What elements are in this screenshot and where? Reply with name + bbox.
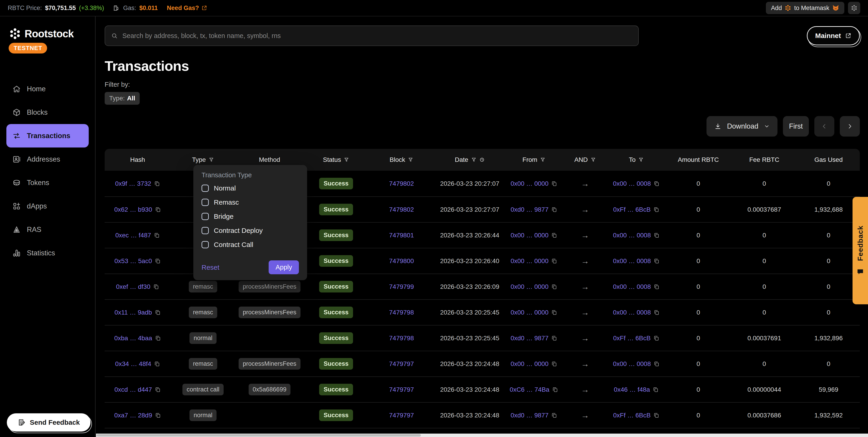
- checkbox-unchecked[interactable]: [202, 227, 209, 234]
- need-gas-link[interactable]: Need Gas?: [167, 5, 207, 11]
- col-header-status[interactable]: Status: [304, 156, 369, 164]
- tx-hash-link[interactable]: 0x9f … 3732: [115, 180, 151, 187]
- copy-icon[interactable]: [155, 335, 161, 341]
- copy-icon[interactable]: [154, 180, 160, 187]
- block-link[interactable]: 7479797: [389, 412, 414, 419]
- copy-icon[interactable]: [551, 412, 557, 418]
- copy-icon[interactable]: [653, 412, 659, 418]
- filter-option-contract-deploy[interactable]: Contract Deploy: [202, 226, 299, 235]
- tx-hash-link[interactable]: 0xba … 4baa: [114, 334, 152, 342]
- from-address-link[interactable]: 0xC6 … 74Ba: [510, 386, 549, 393]
- block-link[interactable]: 7479798: [389, 334, 414, 342]
- copy-icon[interactable]: [653, 180, 660, 187]
- copy-icon[interactable]: [653, 258, 660, 264]
- from-address-link[interactable]: 0x00 … 0000: [510, 232, 549, 239]
- filter-option-remasc[interactable]: Remasc: [202, 198, 299, 207]
- to-address-link[interactable]: 0x00 … 0008: [613, 309, 651, 316]
- copy-icon[interactable]: [653, 284, 660, 290]
- add-to-metamask-button[interactable]: Add to Metamask: [766, 2, 844, 14]
- copy-icon[interactable]: [551, 309, 557, 316]
- tx-hash-link[interactable]: 0x34 … 48f4: [115, 360, 151, 368]
- from-address-link[interactable]: 0xd0 … 9877: [510, 334, 549, 342]
- copy-icon[interactable]: [551, 284, 557, 290]
- from-address-link[interactable]: 0x00 … 0000: [510, 309, 549, 316]
- block-link[interactable]: 7479800: [389, 257, 414, 265]
- to-address-link[interactable]: 0x00 … 0008: [613, 360, 651, 368]
- checkbox-unchecked[interactable]: [202, 184, 209, 192]
- horizontal-scrollbar[interactable]: [96, 434, 868, 437]
- to-address-link[interactable]: 0x00 … 0008: [613, 232, 651, 239]
- sidebar-item-ras[interactable]: RAS: [6, 218, 89, 241]
- tx-hash-link[interactable]: 0xcd … d447: [115, 386, 152, 393]
- sidebar-item-dapps[interactable]: dApps: [6, 194, 89, 218]
- next-page-button[interactable]: [840, 116, 860, 137]
- checkbox-unchecked[interactable]: [202, 213, 209, 220]
- copy-icon[interactable]: [153, 284, 159, 290]
- tx-hash-link[interactable]: 0x53 … 5ac0: [115, 257, 152, 265]
- sidebar-item-home[interactable]: Home: [6, 77, 89, 100]
- filter-option-normal[interactable]: Normal: [202, 183, 299, 193]
- copy-icon[interactable]: [155, 258, 161, 264]
- from-address-link[interactable]: 0x00 … 0000: [510, 257, 549, 265]
- to-address-link[interactable]: 0x46 … f48a: [614, 386, 650, 393]
- type-filter-chip[interactable]: Type: All: [105, 92, 140, 105]
- filter-funnel-icon[interactable]: [471, 157, 476, 163]
- copy-icon[interactable]: [551, 361, 557, 367]
- block-link[interactable]: 7479801: [389, 232, 414, 239]
- block-link[interactable]: 7479797: [389, 386, 414, 393]
- copy-icon[interactable]: [551, 335, 557, 341]
- filter-option-bridge[interactable]: Bridge: [202, 212, 299, 221]
- copy-icon[interactable]: [653, 335, 659, 341]
- reset-button[interactable]: Reset: [202, 264, 219, 271]
- from-address-link[interactable]: 0x00 … 0000: [510, 360, 549, 368]
- tx-hash-link[interactable]: 0xef … df30: [116, 283, 150, 290]
- copy-icon[interactable]: [154, 232, 160, 238]
- col-header-and[interactable]: AND: [563, 156, 607, 164]
- mainnet-button[interactable]: Mainnet: [807, 26, 860, 45]
- checkbox-unchecked[interactable]: [202, 199, 209, 206]
- copy-icon[interactable]: [551, 206, 557, 212]
- tx-hash-link[interactable]: 0x11 … 9adb: [115, 309, 152, 316]
- sidebar-item-transactions[interactable]: Transactions: [6, 124, 89, 147]
- block-link[interactable]: 7479802: [389, 180, 414, 187]
- tx-hash-link[interactable]: 0xec … f487: [115, 232, 151, 239]
- clock-icon[interactable]: [479, 157, 485, 163]
- sidebar-item-blocks[interactable]: Blocks: [6, 100, 89, 124]
- col-header-block[interactable]: Block: [369, 156, 434, 164]
- to-address-link[interactable]: 0x00 … 0008: [613, 257, 651, 265]
- to-address-link[interactable]: 0xFf … 6BcB: [613, 206, 651, 213]
- from-address-link[interactable]: 0xd0 … 9877: [510, 412, 549, 419]
- sidebar-item-addresses[interactable]: Addresses: [6, 147, 89, 171]
- copy-icon[interactable]: [551, 258, 557, 264]
- apply-button[interactable]: Apply: [269, 260, 299, 274]
- filter-funnel-icon[interactable]: [408, 157, 413, 163]
- from-address-link[interactable]: 0xd0 … 9877: [510, 206, 549, 213]
- rootstock-network-button[interactable]: [848, 2, 860, 14]
- col-header-type[interactable]: Type: [170, 156, 236, 164]
- checkbox-unchecked[interactable]: [202, 241, 209, 248]
- tx-hash-link[interactable]: 0xa7 … 28d9: [114, 412, 152, 419]
- to-address-link[interactable]: 0xFf … 6BcB: [613, 412, 651, 419]
- send-feedback-button[interactable]: Send Feedback: [7, 413, 91, 432]
- tx-hash-link[interactable]: 0x62 … b930: [114, 206, 152, 213]
- sidebar-item-statistics[interactable]: Statistics: [6, 241, 89, 265]
- to-address-link[interactable]: 0x00 … 0008: [613, 180, 651, 187]
- sidebar-item-tokens[interactable]: Tokens: [6, 171, 89, 194]
- copy-icon[interactable]: [653, 309, 660, 316]
- feedback-tab[interactable]: Feedback: [852, 197, 868, 304]
- copy-icon[interactable]: [653, 386, 659, 392]
- to-address-link[interactable]: 0x00 … 0008: [613, 283, 651, 290]
- filter-funnel-icon[interactable]: [344, 157, 349, 163]
- copy-icon[interactable]: [653, 206, 659, 212]
- copy-icon[interactable]: [653, 232, 660, 238]
- copy-icon[interactable]: [154, 361, 160, 367]
- from-address-link[interactable]: 0x00 … 0000: [510, 180, 549, 187]
- copy-icon[interactable]: [155, 309, 161, 316]
- download-button[interactable]: Download: [707, 116, 777, 137]
- copy-icon[interactable]: [155, 412, 161, 418]
- copy-icon[interactable]: [653, 361, 660, 367]
- filter-option-contract-call[interactable]: Contract Call: [202, 240, 299, 250]
- block-link[interactable]: 7479797: [389, 360, 414, 368]
- filter-funnel-icon[interactable]: [638, 157, 644, 163]
- scrollbar-thumb[interactable]: [97, 434, 421, 437]
